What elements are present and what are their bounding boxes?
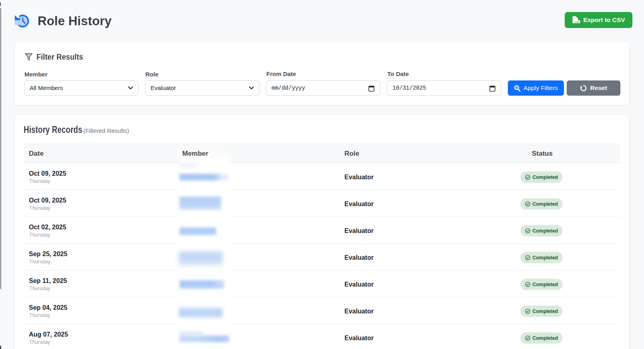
svg-text:csv: csv	[575, 20, 580, 23]
